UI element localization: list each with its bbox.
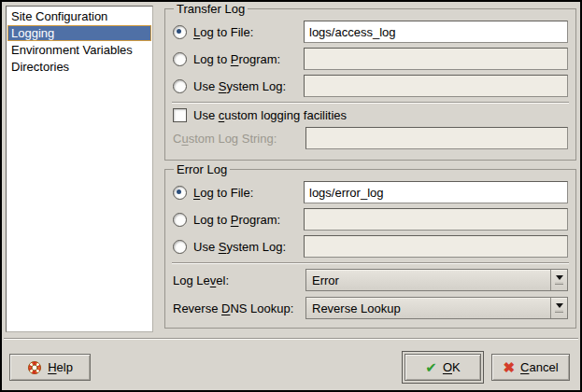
help-lifebuoy-icon xyxy=(27,360,42,375)
transfer-log-title: Transfer Log xyxy=(174,2,248,16)
transfer-log-to-program-radio[interactable]: Log to Program: xyxy=(173,52,304,66)
custom-log-string-label: Custom Log String: xyxy=(173,132,305,146)
sidebar-item-directories[interactable]: Directories xyxy=(7,59,151,75)
httpd-logging-config-dialog: Site Configuration Logging Environment V… xyxy=(0,0,582,392)
radio-icon xyxy=(173,79,187,93)
use-custom-logging-facilities-label: Use custom logging facilities xyxy=(193,108,347,122)
help-button[interactable]: Help xyxy=(9,354,91,381)
transfer-use-system-log-row: Use System Log: xyxy=(173,75,568,97)
transfer-log-separator xyxy=(172,102,569,104)
ok-button-label: OK xyxy=(443,360,461,374)
error-log-to-file-radio[interactable]: Log to File: xyxy=(173,186,304,200)
radio-icon xyxy=(173,25,187,39)
log-level-select[interactable]: Error xyxy=(305,269,568,291)
checkbox-icon xyxy=(173,108,187,122)
chevron-down-icon xyxy=(550,270,567,290)
transfer-use-system-log-label: Use System Log: xyxy=(193,79,286,93)
transfer-log-to-program-label: Log to Program: xyxy=(193,52,280,66)
log-level-label: Log Level: xyxy=(173,273,305,287)
check-icon: ✔ xyxy=(425,360,437,374)
transfer-log-to-file-row: Log to File: xyxy=(173,21,568,43)
reverse-dns-select[interactable]: Reverse Lookup xyxy=(305,297,568,319)
radio-icon xyxy=(173,52,187,66)
error-log-frame: Error Log Log to File: Log to Program: U… xyxy=(164,162,576,329)
cancel-button-label: Cancel xyxy=(520,360,558,374)
close-icon: ✖ xyxy=(503,360,515,374)
chevron-down-icon xyxy=(550,298,567,318)
transfer-system-log-input xyxy=(304,75,568,97)
radio-icon xyxy=(173,240,187,254)
log-level-value: Error xyxy=(306,270,550,290)
error-log-separator xyxy=(172,262,569,264)
radio-icon xyxy=(173,213,187,227)
transfer-log-to-file-label: Log to File: xyxy=(193,25,253,39)
sidebar-item-environment-variables[interactable]: Environment Variables xyxy=(7,42,151,58)
error-use-system-log-radio[interactable]: Use System Log: xyxy=(173,240,304,254)
transfer-log-program-input xyxy=(304,48,568,70)
custom-facilities-row: Use custom logging facilities xyxy=(173,107,568,122)
error-log-to-program-row: Log to Program: xyxy=(173,208,568,231)
sidebar-item-site-configuration[interactable]: Site Configuration xyxy=(7,8,151,24)
cancel-button[interactable]: ✖ Cancel xyxy=(491,354,570,381)
error-log-title: Error Log xyxy=(174,162,230,176)
transfer-log-file-input[interactable] xyxy=(304,21,568,43)
transfer-log-frame: Transfer Log Log to File: Log to Program… xyxy=(164,2,576,161)
transfer-use-system-log-radio[interactable]: Use System Log: xyxy=(173,79,304,93)
transfer-log-to-program-row: Log to Program: xyxy=(173,48,568,70)
transfer-log-to-file-radio[interactable]: Log to File: xyxy=(173,25,304,39)
ok-button[interactable]: ✔ OK xyxy=(405,354,481,381)
error-use-system-log-label: Use System Log: xyxy=(193,240,286,254)
error-use-system-log-row: Use System Log: xyxy=(173,235,568,258)
radio-icon xyxy=(173,186,187,200)
error-log-file-input[interactable] xyxy=(304,181,568,203)
error-log-to-program-radio[interactable]: Log to Program: xyxy=(173,213,304,227)
section-list: Site Configuration Logging Environment V… xyxy=(6,6,153,332)
error-log-program-input xyxy=(304,208,568,231)
custom-log-string-input xyxy=(305,127,568,149)
log-level-row: Log Level: Error xyxy=(173,269,568,291)
reverse-dns-value: Reverse Lookup xyxy=(306,298,550,318)
error-system-log-input xyxy=(304,235,568,258)
error-log-to-file-label: Log to File: xyxy=(193,186,253,200)
help-button-label: Help xyxy=(48,360,73,374)
reverse-dns-label: Reverse DNS Lookup: xyxy=(173,301,305,315)
reverse-dns-row: Reverse DNS Lookup: Reverse Lookup xyxy=(173,297,568,319)
button-bar-separator xyxy=(4,338,578,340)
use-custom-logging-facilities-checkbox[interactable]: Use custom logging facilities xyxy=(173,108,347,122)
error-log-to-file-row: Log to File: xyxy=(173,181,568,203)
custom-log-string-row: Custom Log String: xyxy=(173,127,568,149)
error-log-to-program-label: Log to Program: xyxy=(193,213,280,227)
sidebar-item-logging[interactable]: Logging xyxy=(7,25,151,41)
